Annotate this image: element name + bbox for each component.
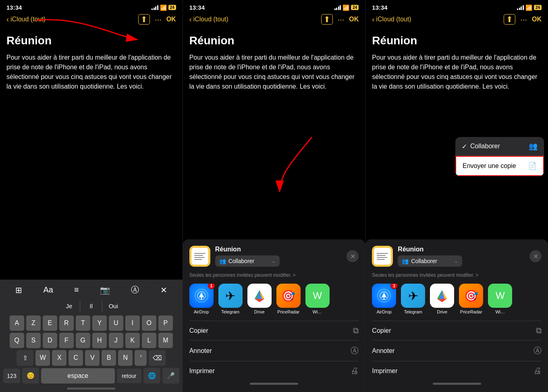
share-button-1[interactable]: ⬆ (138, 14, 150, 25)
collaborate-chevron-2: ⌄ (272, 258, 276, 264)
key-e[interactable]: E (43, 315, 57, 331)
note-title-1: Réunion (6, 34, 176, 47)
action-print-2[interactable]: Imprimer 🖨 (189, 361, 359, 380)
nav-back-1[interactable]: ‹ iCloud (tout) (6, 15, 46, 24)
key-p[interactable]: P (158, 315, 173, 331)
share-app-airdrop-3[interactable]: 1 AirDrop (372, 284, 396, 314)
key-r[interactable]: R (59, 315, 74, 331)
key-globe[interactable]: 🌐 (143, 368, 160, 384)
key-h[interactable]: H (92, 333, 107, 348)
action-copy-3[interactable]: Copier ⧉ (372, 321, 542, 340)
share-app-telegram-2[interactable]: ✈ Telegram (218, 284, 243, 314)
key-shift[interactable]: ⇧ (17, 350, 33, 366)
key-v[interactable]: V (85, 350, 100, 366)
keyboard-toolbar-grid[interactable]: ⊞ (15, 285, 22, 295)
ok-button-3[interactable]: OK (532, 16, 542, 23)
dropdown-collaborer-icon-3: 👥 (529, 142, 538, 151)
key-y[interactable]: Y (92, 315, 107, 331)
key-k[interactable]: K (125, 333, 140, 348)
share-app-telegram-3[interactable]: ✈ Telegram (401, 284, 425, 314)
key-123[interactable]: 123 (3, 369, 20, 383)
share-app-wifi-2[interactable]: W Wi… (305, 284, 330, 314)
key-t[interactable]: T (76, 315, 90, 331)
keyboard-toolbar-close[interactable]: ✕ (160, 285, 167, 295)
share-button-2[interactable]: ⬆ (321, 14, 333, 25)
nav-back-2[interactable]: ‹ iCloud (tout) (189, 15, 228, 24)
key-c[interactable]: C (68, 350, 83, 366)
action-annotate-2[interactable]: Annoter Ⓐ (189, 340, 359, 361)
battery-2: 24 (351, 5, 359, 10)
nav-back-3[interactable]: ‹ iCloud (tout) (372, 15, 411, 24)
keyboard-toolbar-list[interactable]: ≡ (74, 285, 79, 295)
wifi-icon-2: 📶 (342, 4, 349, 11)
airdrop-label-2: AirDrop (194, 309, 209, 314)
share-app-drive-3[interactable]: Drive (430, 284, 454, 314)
close-share-btn-3[interactable]: ✕ (529, 250, 542, 262)
key-a[interactable]: A (10, 315, 24, 331)
ok-button-1[interactable]: OK (166, 16, 176, 23)
keyboard-toolbar-annotate[interactable]: Ⓐ (131, 284, 139, 295)
share-app-priceradar-2[interactable]: 🎯 PriceRadar (276, 284, 301, 314)
key-g[interactable]: G (76, 333, 90, 348)
share-sheet-2: Réunion 👥 Collaborer ⌄ ✕ Seules les pers… (183, 239, 365, 392)
action-copy-2[interactable]: Copier ⧉ (189, 321, 359, 340)
key-o[interactable]: O (142, 315, 156, 331)
more-button-3[interactable]: ··· (520, 15, 527, 24)
priceradar-icon-3: 🎯 (459, 284, 483, 308)
key-return[interactable]: retour (117, 369, 141, 383)
keyboard-toolbar-camera[interactable]: 📷 (100, 285, 110, 295)
share-apps-row-3: 1 AirDrop ✈ Telegram (372, 284, 542, 314)
close-share-btn-2[interactable]: ✕ (347, 250, 359, 262)
share-app-priceradar-3[interactable]: 🎯 PriceRadar (459, 284, 483, 314)
share-button-3[interactable]: ⬆ (504, 14, 515, 25)
copy-label-2: Copier (189, 327, 208, 334)
collaborate-btn-2[interactable]: 👥 Collaborer ⌄ (215, 255, 280, 267)
keyboard-row-3: ⇧ W X C V B N ʼ ⌫ (2, 350, 181, 366)
key-emoji[interactable]: 😊 (22, 368, 39, 384)
key-x[interactable]: X (52, 350, 66, 366)
keyboard-toolbar-text[interactable]: Aa (43, 285, 53, 295)
suggestion-il[interactable]: Il (84, 299, 98, 313)
key-s[interactable]: S (26, 333, 41, 348)
key-n[interactable]: N (118, 350, 133, 366)
more-button-1[interactable]: ··· (155, 15, 162, 24)
key-z[interactable]: Z (26, 315, 41, 331)
wifi-icon-3: 📶 (525, 4, 532, 11)
collaborate-btn-3[interactable]: 👥 Collaborer ⌄ (398, 255, 462, 267)
ok-button-2[interactable]: OK (349, 16, 359, 23)
status-icons-1: 📶 24 (152, 4, 176, 11)
key-j[interactable]: J (109, 333, 123, 348)
dropdown-item-envoyer-3[interactable]: Envoyer une copie 📄 (455, 156, 544, 176)
key-mic[interactable]: 🎤 (162, 368, 179, 384)
nav-bar-1: ‹ iCloud (tout) ⬆ ··· OK (0, 12, 183, 28)
priceradar-icon-2: 🎯 (276, 284, 301, 308)
key-apostrophe[interactable]: ʼ (135, 350, 147, 366)
key-b[interactable]: B (102, 350, 116, 366)
key-f[interactable]: F (59, 333, 74, 348)
share-sheet-3: Réunion 👥 Collaborer ⌄ ✕ Seules les pers… (365, 239, 548, 392)
key-d[interactable]: D (43, 333, 57, 348)
suggestion-je[interactable]: Je (62, 299, 76, 313)
key-m[interactable]: M (158, 333, 173, 348)
svg-marker-10 (255, 299, 264, 302)
panel-2: 13:34 📶 24 ‹ iCloud (tout) ⬆ ··· OK Réun… (183, 0, 366, 392)
time-2: 13:34 (189, 4, 205, 11)
share-app-wifi-3[interactable]: W Wi… (488, 284, 512, 314)
key-w[interactable]: W (35, 350, 50, 366)
key-l[interactable]: L (142, 333, 156, 348)
key-q[interactable]: Q (10, 333, 24, 348)
key-i[interactable]: I (125, 315, 140, 331)
action-print-3[interactable]: Imprimer 🖨 (372, 361, 542, 380)
share-app-airdrop-2[interactable]: 1 AirDrop (189, 284, 214, 314)
action-annotate-3[interactable]: Annoter Ⓐ (372, 340, 542, 361)
dropdown-item-collaborer-3[interactable]: ✓ Collaborer 👥 (455, 137, 544, 156)
key-delete[interactable]: ⌫ (149, 350, 166, 366)
keyboard-row-4: 123 😊 espace retour 🌐 🎤 (2, 368, 181, 385)
suggestion-oui[interactable]: Oui (106, 299, 120, 313)
key-space[interactable]: espace (41, 368, 115, 384)
panel-1: 13:34 📶 24 ‹ iCloud (tout) ⬆ ··· OK Réun… (0, 0, 183, 392)
note-content-1: Réunion Pour vous aider à tirer parti du… (0, 28, 183, 280)
share-app-drive-2[interactable]: Drive (247, 284, 272, 314)
more-button-2[interactable]: ··· (338, 15, 345, 24)
key-u[interactable]: U (109, 315, 123, 331)
